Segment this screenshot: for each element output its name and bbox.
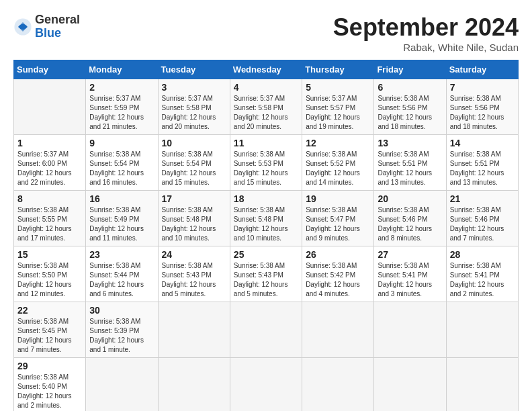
day-number: 24 xyxy=(162,249,226,260)
day-info: Sunrise: 5:38 AMSunset: 5:54 PMDaylight:… xyxy=(162,150,226,187)
calendar-cell: 8Sunrise: 5:38 AMSunset: 5:55 PMDaylight… xyxy=(14,191,86,246)
calendar-cell xyxy=(302,358,374,412)
day-info: Sunrise: 5:37 AMSunset: 5:59 PMDaylight:… xyxy=(89,94,154,132)
day-number: 13 xyxy=(378,138,442,148)
day-info: Sunrise: 5:37 AMSunset: 5:58 PMDaylight:… xyxy=(162,94,226,132)
calendar-row: 8Sunrise: 5:38 AMSunset: 5:55 PMDaylight… xyxy=(14,191,519,246)
day-number: 29 xyxy=(17,361,82,371)
calendar-cell xyxy=(446,302,518,358)
calendar-cell xyxy=(86,358,158,412)
day-number: 2 xyxy=(89,82,154,93)
day-number: 30 xyxy=(89,305,154,316)
weekday-header-row: SundayMondayTuesdayWednesdayThursdayFrid… xyxy=(14,60,519,79)
page-header: General Blue September 2024 Rabak, White… xyxy=(13,13,519,53)
calendar-cell: 30Sunrise: 5:38 AMSunset: 5:39 PMDayligh… xyxy=(86,302,158,358)
day-info: Sunrise: 5:38 AMSunset: 5:52 PMDaylight:… xyxy=(306,150,370,187)
day-info: Sunrise: 5:38 AMSunset: 5:43 PMDaylight:… xyxy=(234,261,298,299)
calendar-cell: 24Sunrise: 5:38 AMSunset: 5:43 PMDayligh… xyxy=(158,246,230,302)
title-block: September 2024 Rabak, White Nile, Sudan xyxy=(333,13,519,53)
day-number: 25 xyxy=(234,249,298,260)
calendar-cell: 16Sunrise: 5:38 AMSunset: 5:49 PMDayligh… xyxy=(86,191,158,246)
calendar-cell: 2Sunrise: 5:37 AMSunset: 5:59 PMDaylight… xyxy=(86,79,158,135)
calendar-cell xyxy=(374,302,446,358)
calendar-cell: 6Sunrise: 5:38 AMSunset: 5:56 PMDaylight… xyxy=(374,79,446,135)
day-info: Sunrise: 5:38 AMSunset: 5:41 PMDaylight:… xyxy=(378,261,442,299)
day-info: Sunrise: 5:38 AMSunset: 5:44 PMDaylight:… xyxy=(89,261,154,299)
weekday-header: Friday xyxy=(374,60,446,79)
day-number: 17 xyxy=(162,193,226,204)
weekday-header: Monday xyxy=(86,60,158,79)
day-number: 11 xyxy=(234,138,298,148)
day-number: 12 xyxy=(306,138,370,148)
day-info: Sunrise: 5:38 AMSunset: 5:47 PMDaylight:… xyxy=(306,205,370,243)
day-info: Sunrise: 5:38 AMSunset: 5:42 PMDaylight:… xyxy=(306,261,370,299)
day-info: Sunrise: 5:38 AMSunset: 5:49 PMDaylight:… xyxy=(89,205,154,243)
day-info: Sunrise: 5:37 AMSunset: 5:57 PMDaylight:… xyxy=(306,94,370,132)
calendar-cell: 14Sunrise: 5:38 AMSunset: 5:51 PMDayligh… xyxy=(446,135,518,191)
day-info: Sunrise: 5:38 AMSunset: 5:40 PMDaylight:… xyxy=(17,373,82,410)
calendar-cell: 21Sunrise: 5:38 AMSunset: 5:46 PMDayligh… xyxy=(446,191,518,246)
day-number: 21 xyxy=(450,193,515,204)
calendar-cell: 9Sunrise: 5:38 AMSunset: 5:54 PMDaylight… xyxy=(86,135,158,191)
day-info: Sunrise: 5:38 AMSunset: 5:53 PMDaylight:… xyxy=(234,150,298,187)
calendar-row: 1Sunrise: 5:37 AMSunset: 6:00 PMDaylight… xyxy=(14,135,519,191)
calendar-cell xyxy=(230,358,302,412)
calendar-cell: 23Sunrise: 5:38 AMSunset: 5:44 PMDayligh… xyxy=(86,246,158,302)
day-info: Sunrise: 5:38 AMSunset: 5:51 PMDaylight:… xyxy=(450,150,515,187)
logo-blue: Blue xyxy=(35,26,61,40)
day-number: 14 xyxy=(450,138,515,148)
day-info: Sunrise: 5:38 AMSunset: 5:45 PMDaylight:… xyxy=(17,317,82,355)
calendar-cell: 22Sunrise: 5:38 AMSunset: 5:45 PMDayligh… xyxy=(14,302,86,358)
calendar-cell xyxy=(374,358,446,412)
calendar-cell: 18Sunrise: 5:38 AMSunset: 5:48 PMDayligh… xyxy=(230,191,302,246)
day-info: Sunrise: 5:38 AMSunset: 5:46 PMDaylight:… xyxy=(450,205,515,243)
weekday-header: Wednesday xyxy=(230,60,302,79)
calendar-table: SundayMondayTuesdayWednesdayThursdayFrid… xyxy=(13,60,519,411)
calendar-cell xyxy=(158,358,230,412)
day-number: 28 xyxy=(450,249,515,260)
day-number: 20 xyxy=(378,193,442,204)
calendar-cell: 26Sunrise: 5:38 AMSunset: 5:42 PMDayligh… xyxy=(302,246,374,302)
calendar-cell xyxy=(230,302,302,358)
calendar-cell: 5Sunrise: 5:37 AMSunset: 5:57 PMDaylight… xyxy=(302,79,374,135)
calendar-cell: 3Sunrise: 5:37 AMSunset: 5:58 PMDaylight… xyxy=(158,79,230,135)
logo: General Blue xyxy=(13,13,80,40)
day-number: 22 xyxy=(17,305,82,316)
calendar-cell xyxy=(14,79,86,135)
calendar-cell: 4Sunrise: 5:37 AMSunset: 5:58 PMDaylight… xyxy=(230,79,302,135)
calendar-cell: 13Sunrise: 5:38 AMSunset: 5:51 PMDayligh… xyxy=(374,135,446,191)
day-info: Sunrise: 5:38 AMSunset: 5:50 PMDaylight:… xyxy=(17,261,82,299)
day-number: 27 xyxy=(378,249,442,260)
calendar-cell: 25Sunrise: 5:38 AMSunset: 5:43 PMDayligh… xyxy=(230,246,302,302)
day-info: Sunrise: 5:38 AMSunset: 5:55 PMDaylight:… xyxy=(17,205,82,243)
day-number: 18 xyxy=(234,193,298,204)
calendar-row: 22Sunrise: 5:38 AMSunset: 5:45 PMDayligh… xyxy=(14,302,519,358)
day-info: Sunrise: 5:38 AMSunset: 5:43 PMDaylight:… xyxy=(162,261,226,299)
day-info: Sunrise: 5:38 AMSunset: 5:51 PMDaylight:… xyxy=(378,150,442,187)
calendar-cell: 7Sunrise: 5:38 AMSunset: 5:56 PMDaylight… xyxy=(446,79,518,135)
day-info: Sunrise: 5:38 AMSunset: 5:54 PMDaylight:… xyxy=(89,150,154,187)
weekday-header: Tuesday xyxy=(158,60,230,79)
day-info: Sunrise: 5:37 AMSunset: 5:58 PMDaylight:… xyxy=(234,94,298,132)
day-info: Sunrise: 5:38 AMSunset: 5:56 PMDaylight:… xyxy=(378,94,442,132)
calendar-cell: 15Sunrise: 5:38 AMSunset: 5:50 PMDayligh… xyxy=(14,246,86,302)
weekday-header: Sunday xyxy=(14,60,86,79)
day-number: 8 xyxy=(17,193,82,204)
calendar-cell xyxy=(446,358,518,412)
calendar-cell: 17Sunrise: 5:38 AMSunset: 5:48 PMDayligh… xyxy=(158,191,230,246)
calendar-row: 15Sunrise: 5:38 AMSunset: 5:50 PMDayligh… xyxy=(14,246,519,302)
calendar-cell: 20Sunrise: 5:38 AMSunset: 5:46 PMDayligh… xyxy=(374,191,446,246)
day-info: Sunrise: 5:38 AMSunset: 5:48 PMDaylight:… xyxy=(162,205,226,243)
day-number: 26 xyxy=(306,249,370,260)
calendar-cell xyxy=(302,302,374,358)
day-info: Sunrise: 5:38 AMSunset: 5:48 PMDaylight:… xyxy=(234,205,298,243)
calendar-cell: 28Sunrise: 5:38 AMSunset: 5:41 PMDayligh… xyxy=(446,246,518,302)
day-number: 1 xyxy=(17,138,82,148)
day-info: Sunrise: 5:38 AMSunset: 5:46 PMDaylight:… xyxy=(378,205,442,243)
weekday-header: Saturday xyxy=(446,60,518,79)
day-number: 15 xyxy=(17,249,82,260)
day-number: 3 xyxy=(162,82,226,93)
month-title: September 2024 xyxy=(333,13,519,42)
day-number: 6 xyxy=(378,82,442,93)
day-number: 23 xyxy=(89,249,154,260)
